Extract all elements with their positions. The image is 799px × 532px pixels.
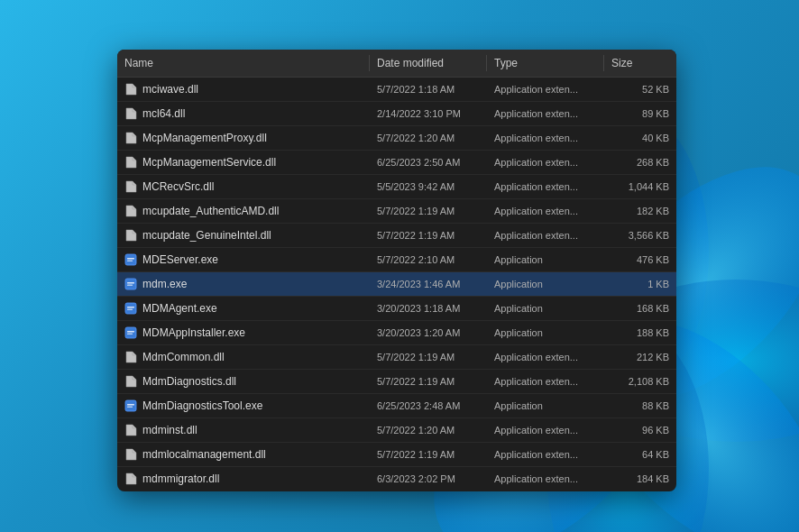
file-name-text: MCRecvSrc.dll [142,180,214,193]
dll-icon [124,204,137,218]
table-row[interactable]: MDMAgent.exe 3/20/2023 1:18 AM Applicati… [117,297,676,321]
svg-rect-14 [127,285,133,287]
svg-rect-15 [125,303,136,314]
file-name-text: MdmDiagnostics.dll [142,375,236,388]
file-type: Application [487,325,604,341]
file-type: Application [487,276,604,292]
file-name: MdmCommon.dll [117,347,370,367]
file-type: Application exten... [487,373,604,390]
file-name-text: MDMAgent.exe [142,302,217,315]
file-date: 3/24/2023 1:46 AM [370,276,487,292]
file-type: Application exten... [487,105,604,122]
file-size: 476 KB [604,252,676,268]
dll-icon [124,423,137,437]
dll-icon [124,179,137,194]
table-row[interactable]: MdmDiagnostics.dll 5/7/2022 1:19 AM Appl… [117,370,676,394]
file-name: MDMAppInstaller.exe [117,323,370,343]
file-name-text: MdmCommon.dll [142,351,225,363]
file-date: 5/7/2022 2:10 AM [370,252,487,268]
dll-icon [124,228,137,243]
file-date: 5/7/2022 1:19 AM [370,446,487,463]
dll-icon [124,350,137,364]
file-explorer-window: Name Date modified Type Size mciwave.dll… [117,50,676,491]
file-name-text: McpManagementProxy.dll [142,132,267,144]
file-name: mcl64.dll [117,104,370,124]
table-row[interactable]: MCRecvSrc.dll 5/5/2023 9:42 AM Applicati… [117,175,676,199]
file-size: 52 KB [604,81,676,97]
file-size: 64 KB [604,446,676,463]
file-date: 6/25/2023 2:48 AM [370,398,487,414]
file-type: Application [487,252,604,268]
file-type: Application exten... [487,227,604,243]
table-row[interactable]: McpManagementService.dll 6/25/2023 2:50 … [117,151,676,175]
dll-icon [124,472,137,486]
file-size: 89 KB [604,105,676,122]
file-name-text: MdmDiagnosticsTool.exe [142,399,262,412]
file-name-text: mcupdate_AuthenticAMD.dll [142,205,279,217]
file-date: 5/5/2023 9:42 AM [370,179,487,195]
file-size: 1 KB [604,276,676,292]
column-header-date[interactable]: Date modified [370,55,487,71]
dll-icon [124,374,137,389]
file-size: 182 KB [604,203,676,219]
dll-icon [124,131,137,145]
file-size: 96 KB [604,422,676,438]
table-row[interactable]: mdm.exe 3/24/2023 1:46 AM Application 1 … [117,272,676,297]
svg-rect-21 [125,400,136,411]
file-type: Application exten... [487,154,604,170]
file-name: MCRecvSrc.dll [117,177,370,197]
dll-icon [124,447,137,462]
file-name-text: mdminst.dll [142,424,197,436]
table-row[interactable]: mdmmigrator.dll 6/3/2023 2:02 PM Applica… [117,467,676,491]
table-row[interactable]: MdmCommon.dll 5/7/2022 1:19 AM Applicati… [117,345,676,370]
file-date: 5/7/2022 1:19 AM [370,373,487,390]
table-row[interactable]: mcl64.dll 2/14/2022 3:10 PM Application … [117,102,676,126]
dll-icon [124,106,137,121]
table-row[interactable]: MDEServer.exe 5/7/2022 2:10 AM Applicati… [117,248,676,272]
exe-icon [124,326,137,340]
file-date: 5/7/2022 1:19 AM [370,227,487,243]
file-name: mdmmigrator.dll [117,469,370,489]
file-date: 3/20/2023 1:20 AM [370,325,487,341]
column-header-size[interactable]: Size [604,55,676,71]
file-type: Application exten... [487,203,604,219]
table-header: Name Date modified Type Size [117,50,676,78]
file-name: mcupdate_AuthenticAMD.dll [117,201,370,221]
column-header-type[interactable]: Type [487,55,604,71]
file-size: 1,044 KB [604,179,676,195]
file-name: mdmlocalmanagement.dll [117,445,370,464]
file-date: 5/7/2022 1:19 AM [370,203,487,219]
file-date: 5/7/2022 1:18 AM [370,81,487,97]
file-type: Application exten... [487,446,604,463]
file-size: 88 KB [604,398,676,414]
table-row[interactable]: mdmlocalmanagement.dll 5/7/2022 1:19 AM … [117,443,676,467]
table-row[interactable]: MDMAppInstaller.exe 3/20/2023 1:20 AM Ap… [117,321,676,345]
svg-rect-18 [125,327,136,338]
file-name: MdmDiagnostics.dll [117,371,370,391]
table-row[interactable]: mdminst.dll 5/7/2022 1:20 AM Application… [117,418,676,443]
file-name-text: MDEServer.exe [142,253,218,266]
svg-rect-16 [127,307,134,308]
table-row[interactable]: mciwave.dll 5/7/2022 1:18 AM Application… [117,78,676,102]
file-name-text: mdmlocalmanagement.dll [142,448,266,461]
svg-rect-19 [127,331,134,333]
file-type: Application exten... [487,179,604,195]
file-size: 268 KB [604,154,676,170]
svg-rect-23 [127,407,133,408]
file-list[interactable]: mciwave.dll 5/7/2022 1:18 AM Application… [117,78,676,491]
table-row[interactable]: MdmDiagnosticsTool.exe 6/25/2023 2:48 AM… [117,394,676,418]
file-name-text: MDMAppInstaller.exe [142,326,245,339]
table-row[interactable]: mcupdate_GenuineIntel.dll 5/7/2022 1:19 … [117,224,676,248]
exe-icon [124,277,137,291]
table-row[interactable]: McpManagementProxy.dll 5/7/2022 1:20 AM … [117,126,676,151]
file-name-text: McpManagementService.dll [142,156,276,169]
table-row[interactable]: mcupdate_AuthenticAMD.dll 5/7/2022 1:19 … [117,199,676,224]
svg-rect-22 [127,404,134,406]
file-size: 2,108 KB [604,373,676,390]
svg-rect-11 [127,261,133,262]
exe-icon [124,301,137,316]
file-type: Application [487,300,604,316]
file-name-text: mdm.exe [142,278,187,290]
column-header-name[interactable]: Name [117,55,370,71]
file-type: Application [487,398,604,414]
